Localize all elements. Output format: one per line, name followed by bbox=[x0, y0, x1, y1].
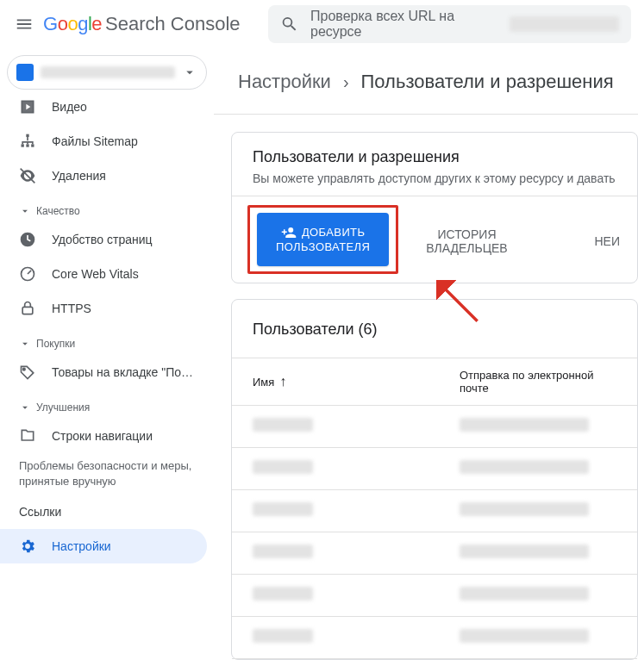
breadcrumb: Настройки › Пользователи и разрешения bbox=[214, 48, 638, 115]
chevron-down-icon bbox=[182, 65, 197, 80]
sitemap-icon bbox=[19, 133, 36, 150]
sidebar-item-page-experience[interactable]: Удобство страниц bbox=[0, 222, 207, 257]
sidebar-item-security-manual[interactable]: Проблемы безопасности и меры, принятые в… bbox=[0, 458, 207, 489]
svg-rect-1 bbox=[26, 134, 28, 137]
table-row[interactable] bbox=[232, 532, 637, 575]
hamburger-icon bbox=[15, 15, 34, 34]
user-name-blurred bbox=[253, 502, 313, 516]
page-exp-icon bbox=[19, 231, 36, 248]
gear-icon bbox=[19, 538, 36, 555]
property-icon bbox=[16, 64, 34, 81]
column-header-name[interactable]: Имя ↑ bbox=[253, 369, 460, 395]
sidebar-item-links[interactable]: Ссылки bbox=[0, 495, 207, 529]
user-email-blurred bbox=[460, 418, 589, 432]
users-table-title: Пользователи (6) bbox=[232, 300, 637, 358]
user-email-blurred bbox=[460, 629, 589, 643]
user-name-blurred bbox=[253, 544, 313, 558]
user-email-blurred bbox=[460, 502, 589, 516]
sidebar: Видео Файлы Sitemap Удаления Качество Уд… bbox=[0, 48, 214, 672]
add-user-button[interactable]: ДОБАВИТЬ ПОЛЬЗОВАТЕЛЯ bbox=[257, 213, 389, 266]
breadcrumb-root[interactable]: Настройки bbox=[238, 71, 331, 93]
svg-point-8 bbox=[23, 368, 26, 370]
sidebar-item-https[interactable]: HTTPS bbox=[0, 291, 207, 326]
users-permissions-card: Пользователи и разрешения Вы можете упра… bbox=[231, 132, 638, 283]
app-header: Google Search Console Проверка всех URL … bbox=[0, 0, 638, 48]
table-row[interactable] bbox=[232, 617, 637, 659]
logo[interactable]: Google Search Console bbox=[43, 13, 241, 35]
sidebar-group-label: Улучшения bbox=[36, 401, 90, 414]
table-row[interactable] bbox=[232, 575, 637, 617]
sidebar-item-settings[interactable]: Настройки bbox=[0, 529, 207, 563]
user-email-blurred bbox=[460, 587, 589, 600]
table-row[interactable] bbox=[232, 448, 637, 490]
sidebar-item-core-web-vitals[interactable]: Core Web Vitals bbox=[0, 257, 207, 291]
tag-icon bbox=[19, 364, 36, 381]
sidebar-group-quality[interactable]: Качество bbox=[0, 193, 214, 222]
user-email-blurred bbox=[460, 460, 589, 474]
tab-label-line2: ВЛАДЕЛЬЦЕВ bbox=[426, 241, 507, 255]
search-property-url-blurred bbox=[510, 16, 619, 32]
sidebar-item-shopping-products[interactable]: Товары на вкладке "По… bbox=[0, 355, 207, 389]
sidebar-item-label: Файлы Sitemap bbox=[52, 134, 138, 148]
chevron-down-icon bbox=[19, 338, 31, 350]
sidebar-item-video[interactable]: Видео bbox=[0, 90, 207, 124]
sidebar-item-breadcrumbs[interactable]: Строки навигации bbox=[0, 419, 207, 453]
svg-rect-3 bbox=[26, 144, 28, 146]
card-title: Пользователи и разрешения bbox=[253, 148, 616, 166]
user-name-blurred bbox=[253, 418, 313, 432]
chevron-right-icon: › bbox=[343, 72, 349, 92]
sidebar-item-label: Удаления bbox=[52, 169, 106, 183]
card-subtitle: Вы можете управлять доступом других к эт… bbox=[253, 171, 616, 185]
sidebar-item-label: Товары на вкладке "По… bbox=[52, 365, 193, 379]
sidebar-item-label: Проблемы безопасности и меры, принятые в… bbox=[19, 459, 191, 488]
product-name: Search Console bbox=[105, 13, 241, 35]
column-header-email[interactable]: Отправка по электронной почте bbox=[460, 369, 616, 395]
table-row[interactable] bbox=[232, 406, 637, 448]
property-selector[interactable] bbox=[7, 55, 207, 90]
sidebar-item-removals[interactable]: Удаления bbox=[0, 159, 207, 193]
chevron-down-icon bbox=[19, 401, 31, 414]
tab-label-line1: ИСТОРИЯ bbox=[426, 227, 507, 241]
chevron-down-icon bbox=[19, 205, 31, 217]
search-placeholder: Проверка всех URL на ресурсе bbox=[310, 9, 504, 40]
add-person-icon bbox=[281, 225, 297, 240]
speed-icon bbox=[19, 265, 36, 283]
sidebar-group-label: Качество bbox=[36, 205, 80, 217]
tab-unused-cutoff[interactable]: НЕИ bbox=[575, 208, 637, 271]
search-icon bbox=[280, 15, 298, 34]
sidebar-group-enhancements[interactable]: Улучшения bbox=[0, 389, 214, 419]
tab-label: НЕИ bbox=[594, 234, 620, 248]
user-name-blurred bbox=[253, 460, 313, 474]
breadcrumb-icon bbox=[19, 427, 36, 445]
sidebar-item-sitemaps[interactable]: Файлы Sitemap bbox=[0, 124, 207, 159]
table-row[interactable] bbox=[232, 490, 637, 532]
users-table-header-row: Имя ↑ Отправка по электронной почте bbox=[232, 358, 637, 406]
tab-owner-history[interactable]: ИСТОРИЯ ВЛАДЕЛЬЦЕВ bbox=[407, 202, 526, 277]
sidebar-item-label: Видео bbox=[52, 100, 87, 114]
user-name-blurred bbox=[253, 587, 313, 600]
user-email-blurred bbox=[460, 544, 589, 558]
add-user-button-label-2: ПОЛЬЗОВАТЕЛЯ bbox=[276, 240, 370, 254]
video-icon bbox=[19, 98, 36, 115]
column-header-label: Отправка по электронной почте bbox=[460, 369, 593, 395]
column-header-label: Имя bbox=[253, 376, 274, 389]
svg-rect-2 bbox=[22, 144, 24, 146]
sidebar-group-shopping[interactable]: Покупки bbox=[0, 326, 214, 355]
user-name-blurred bbox=[253, 629, 313, 643]
annotation-highlight-box: ДОБАВИТЬ ПОЛЬЗОВАТЕЛЯ bbox=[247, 205, 398, 274]
add-user-button-label-1: ДОБАВИТЬ bbox=[302, 226, 366, 240]
property-name-blurred bbox=[41, 66, 175, 78]
sidebar-item-label: Удобство страниц bbox=[52, 233, 153, 246]
sidebar-item-label: Ссылки bbox=[19, 505, 61, 519]
breadcrumb-current: Пользователи и разрешения bbox=[361, 71, 614, 93]
svg-rect-4 bbox=[31, 144, 34, 146]
hamburger-menu-button[interactable] bbox=[7, 7, 41, 41]
svg-rect-7 bbox=[22, 307, 33, 314]
sidebar-group-label: Покупки bbox=[36, 338, 75, 350]
sort-ascending-icon: ↑ bbox=[279, 374, 286, 389]
google-wordmark: Google bbox=[43, 13, 102, 35]
https-icon bbox=[19, 300, 36, 317]
main-content: Настройки › Пользователи и разрешения По… bbox=[214, 48, 638, 672]
url-inspection-search[interactable]: Проверка всех URL на ресурсе bbox=[268, 5, 631, 43]
sidebar-item-label: HTTPS bbox=[52, 302, 91, 315]
